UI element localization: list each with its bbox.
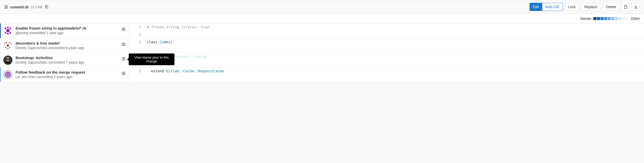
raw-button[interactable] bbox=[622, 3, 630, 11]
tooltip: View blame prior to this change bbox=[129, 53, 174, 65]
document-icon bbox=[624, 5, 628, 9]
legend-swatch bbox=[611, 17, 614, 20]
avatar[interactable] bbox=[3, 41, 12, 50]
blame-commit[interactable]: Follow feedback on the merge request Lin… bbox=[0, 67, 129, 82]
svg-rect-6 bbox=[9, 32, 11, 34]
source: # frozen_string_literal: true bbox=[145, 23, 209, 31]
code-block: 5 extend Gitlab::Cache::RequestCache bbox=[129, 67, 644, 82]
commit-byline: gfyoung committed 1 year ago bbox=[16, 31, 126, 35]
commit-title[interactable]: Follow feedback on the merge request bbox=[16, 70, 126, 74]
line-number[interactable]: 3 bbox=[129, 38, 145, 46]
svg-rect-32 bbox=[122, 72, 123, 75]
code-block: 4 extend ActiveModel::Naming bbox=[129, 53, 644, 67]
legend-swatch bbox=[622, 17, 625, 20]
commit-title[interactable]: Bootstrap: Activities bbox=[16, 56, 126, 60]
svg-rect-27 bbox=[124, 58, 125, 60]
svg-rect-3 bbox=[9, 28, 11, 29]
svg-rect-9 bbox=[122, 28, 123, 31]
svg-rect-17 bbox=[5, 47, 6, 48]
legend-swatch bbox=[597, 17, 600, 20]
svg-rect-20 bbox=[122, 43, 123, 46]
commit-title[interactable]: decorators & tree model bbox=[16, 41, 126, 45]
svg-rect-15 bbox=[9, 42, 10, 43]
legend-swatch bbox=[608, 17, 611, 20]
blame-table: Enable frozen string in app/models/*.rb … bbox=[0, 23, 644, 82]
legend-swatch bbox=[625, 17, 628, 20]
avatar[interactable] bbox=[3, 26, 12, 35]
file-icon bbox=[4, 5, 8, 9]
blame-commit[interactable]: Enable frozen string in app/models/*.rb … bbox=[0, 23, 129, 38]
blame-commit[interactable]: decorators & tree model Dmitriy Zaporozh… bbox=[0, 38, 129, 53]
svg-rect-7 bbox=[7, 27, 9, 28]
line-number[interactable]: 5 bbox=[129, 67, 145, 75]
edit-button[interactable]: Edit bbox=[530, 3, 542, 11]
source: class Commit bbox=[145, 38, 172, 46]
legend-swatch bbox=[618, 17, 621, 20]
svg-point-29 bbox=[5, 72, 11, 77]
commit-meta: Enable frozen string in app/models/*.rb … bbox=[16, 26, 126, 35]
blame-row: Follow feedback on the merge request Lin… bbox=[0, 67, 644, 82]
svg-rect-25 bbox=[5, 62, 10, 65]
edit-group: Edit Web IDE bbox=[530, 3, 563, 11]
legend-swatch bbox=[604, 17, 607, 20]
blame-age-legend: Newer Older bbox=[0, 14, 644, 23]
blame-prior-icon[interactable] bbox=[121, 71, 126, 76]
replace-button[interactable]: Replace bbox=[581, 3, 601, 11]
avatar[interactable] bbox=[3, 56, 12, 65]
svg-rect-33 bbox=[124, 72, 125, 75]
code-block: 3class Commit bbox=[129, 38, 644, 53]
file-name: commit.rb bbox=[10, 5, 29, 9]
commit-byline: Lin Jen-Shin committed 2 years ago bbox=[16, 75, 126, 79]
commit-meta: decorators & tree model Dmitriy Zaporozh… bbox=[16, 41, 126, 50]
avatar[interactable] bbox=[3, 70, 12, 79]
svg-point-31 bbox=[8, 74, 9, 75]
lock-button[interactable]: Lock bbox=[565, 3, 579, 11]
blame-commit[interactable]: Bootstrap: Activities Dmitriy Zaporozhet… bbox=[0, 53, 129, 67]
svg-rect-24 bbox=[6, 59, 10, 60]
svg-rect-0 bbox=[46, 6, 48, 8]
source bbox=[145, 31, 147, 38]
line-number[interactable]: 2 bbox=[129, 31, 145, 38]
code-line: 4 extend ActiveModel::Naming bbox=[129, 53, 644, 60]
svg-rect-21 bbox=[124, 43, 125, 46]
code-line: 1# frozen_string_literal: true bbox=[129, 23, 644, 31]
source: extend Gitlab::Cache::RequestCache bbox=[145, 67, 224, 75]
svg-point-30 bbox=[6, 74, 7, 75]
blame-prior-icon[interactable] bbox=[121, 27, 126, 32]
svg-rect-10 bbox=[124, 28, 125, 31]
code-line: 3class Commit bbox=[129, 38, 644, 46]
svg-rect-26 bbox=[122, 58, 123, 60]
svg-rect-8 bbox=[7, 33, 9, 34]
blame-prior-icon[interactable] bbox=[121, 56, 126, 61]
commit-meta: Bootstrap: Activities Dmitriy Zaporozhet… bbox=[16, 56, 126, 64]
web-ide-button[interactable]: Web IDE bbox=[542, 3, 563, 11]
blame-row: Bootstrap: Activities Dmitriy Zaporozhet… bbox=[0, 53, 644, 67]
svg-rect-5 bbox=[5, 32, 6, 34]
download-button[interactable] bbox=[632, 3, 640, 11]
svg-rect-12 bbox=[4, 43, 5, 44]
legend-swatch bbox=[593, 17, 596, 20]
legend-swatch bbox=[601, 17, 604, 20]
code-line: 5 extend Gitlab::Cache::RequestCache bbox=[129, 67, 644, 75]
file-size: 12.1 KB bbox=[31, 5, 42, 9]
copy-path-icon[interactable] bbox=[45, 5, 49, 9]
commit-byline: Dmitriy Zaporozhets committed 8 years ag… bbox=[16, 46, 126, 50]
svg-rect-2 bbox=[5, 28, 6, 29]
legend-swatch bbox=[615, 17, 618, 20]
code-block: 1# frozen_string_literal: true2 bbox=[129, 23, 644, 38]
line-number[interactable]: 1 bbox=[129, 23, 145, 31]
commit-title[interactable]: Enable frozen string in app/models/*.rb bbox=[16, 26, 126, 30]
delete-button[interactable]: Delete bbox=[603, 3, 620, 11]
blame-row: decorators & tree model Dmitriy Zaporozh… bbox=[0, 38, 644, 53]
svg-rect-4 bbox=[6, 29, 9, 32]
svg-rect-13 bbox=[10, 43, 11, 44]
legend-swatches bbox=[593, 17, 628, 20]
commit-meta: Follow feedback on the merge request Lin… bbox=[16, 70, 126, 79]
download-icon bbox=[634, 5, 638, 9]
file-header: commit.rb 12.1 KB Edit Web IDE Lock Repl… bbox=[0, 0, 644, 14]
blame-prior-icon[interactable] bbox=[121, 42, 126, 47]
code-line: 2 bbox=[129, 31, 644, 38]
file-actions: Edit Web IDE Lock Replace Delete bbox=[530, 3, 640, 11]
svg-rect-19 bbox=[7, 48, 8, 49]
commit-byline: Dmitriy Zaporozhets committed 7 years ag… bbox=[16, 60, 126, 64]
